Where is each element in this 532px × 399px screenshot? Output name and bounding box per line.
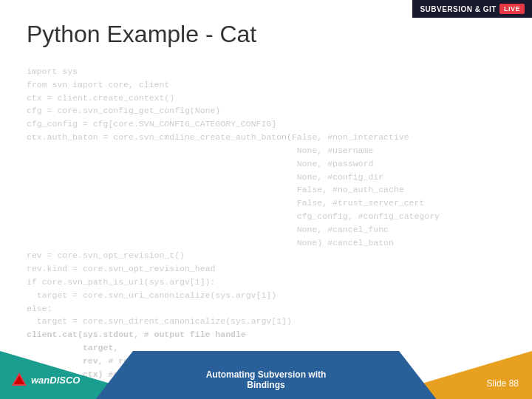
code-line: from svn import core, client [27,78,505,92]
code-line: None, #config_dir [27,171,505,184]
code-line: if core.svn_path_is_url(sys.argv[1]): [27,276,505,289]
code-line: import sys [27,65,505,78]
slide-label: Slide [487,378,507,389]
code-line: target = core.svn_dirent_canonicalize(sy… [27,315,505,328]
code-line: cfg_config, #config_category [27,210,505,223]
bottom-center-text: Automating Subversion with Bindings [206,369,327,390]
code-line: else: [27,302,505,316]
code-line: cfg = core.svn_config_get_config(None) [27,104,505,117]
code-line: ctx.auth_baton = core.svn_cmdline_create… [27,131,505,144]
badge-live: LIVE [499,4,525,14]
badge-text: SUBVERSION & GIT [420,5,497,13]
code-area: import sysfrom svn import core, clientct… [27,65,505,347]
code-line: False, #trust_server_cert [27,197,505,210]
page-title: Python Example - Cat [27,21,256,48]
code-line: client.cat(sys.stdout, # output file han… [27,328,505,341]
code-line: target = core.svn_uri_canonicalize(sys.a… [27,289,505,302]
top-badge: SUBVERSION & GIT LIVE [412,0,532,18]
bottom-line1: Automating Subversion with [206,369,327,380]
wandisco-logo-icon [10,371,28,389]
code-line: None, #cancel_func [27,223,505,236]
code-line: rev = core.svn_opt_revision_t() [27,249,505,262]
code-line: cfg_config = cfg[core.SVN_CONFIG_CATEGOR… [27,117,505,131]
slide-number: Slide 88 [487,378,519,389]
code-line: None) #cancel_baton [27,236,505,250]
code-line: None, #username [27,144,505,157]
code-line: rev.kind = core.svn_opt_revision_head [27,262,505,276]
code-line: ctx = client.create_context() [27,92,505,105]
bottom-line2: Bindings [206,380,327,390]
logo-area: wanDISCO [10,371,80,389]
slide-number-value: 88 [509,378,519,389]
code-line: None, #password [27,157,505,171]
code-line: False, #no_auth_cache [27,183,505,197]
logo-text: wanDISCO [31,375,80,386]
